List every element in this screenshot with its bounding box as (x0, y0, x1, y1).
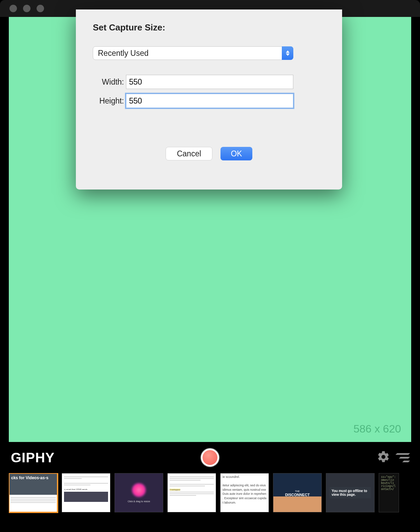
canvas-dimensions-label: 586 x 620 (353, 423, 401, 435)
resize-grip-icon[interactable] (396, 453, 409, 462)
thumbnail-item[interactable]: ie scoundrel. itetur adipiscing elit, se… (220, 473, 269, 512)
brand-logo: GIPHY (11, 450, 55, 465)
app-window: 586 x 620 Set Capture Size: Recently Use… (0, 0, 420, 532)
height-label: Height: (93, 96, 126, 106)
settings-icon[interactable] (377, 450, 390, 465)
size-preset-value: Recently Used (98, 49, 149, 58)
width-label: Width: (93, 77, 126, 87)
zoom-window-button[interactable] (37, 5, 44, 12)
thumbnail-item[interactable]: cks for Videos-as-s (9, 473, 58, 512)
dialog-title: Set Capture Size: (93, 22, 325, 33)
minimize-window-button[interactable] (23, 5, 30, 12)
cancel-button[interactable]: Cancel (166, 147, 212, 160)
width-input[interactable] (126, 75, 293, 89)
size-preset-select[interactable]: Recently Used (93, 46, 293, 60)
record-button[interactable] (201, 448, 219, 467)
thumbnail-item[interactable]: You must go offline to view this page. (326, 473, 375, 512)
ok-button[interactable]: OK (220, 147, 252, 160)
thumbnail-strip: cks for Videos-as-s ry email that CPDR s… (9, 473, 420, 523)
set-capture-size-dialog: Set Capture Size: Recently Used Width: H… (76, 9, 342, 190)
height-input[interactable] (126, 94, 293, 108)
select-arrows-icon (282, 46, 293, 60)
thumbnail-item[interactable]: Overlapped (167, 473, 216, 512)
thumbnail-item[interactable]: THETHE DISCONNECTDISCONNECT (273, 473, 322, 512)
thumbnail-item[interactable]: ss="nav": ome</li> bout</li ricing</l on… (379, 473, 399, 512)
bottom-toolbar: GIPHY (9, 442, 411, 473)
close-window-button[interactable] (9, 5, 17, 12)
thumbnail-item[interactable]: ry email that CPDR sends (62, 473, 110, 512)
thumbnail-item[interactable]: Click & drag to resize (114, 473, 163, 512)
